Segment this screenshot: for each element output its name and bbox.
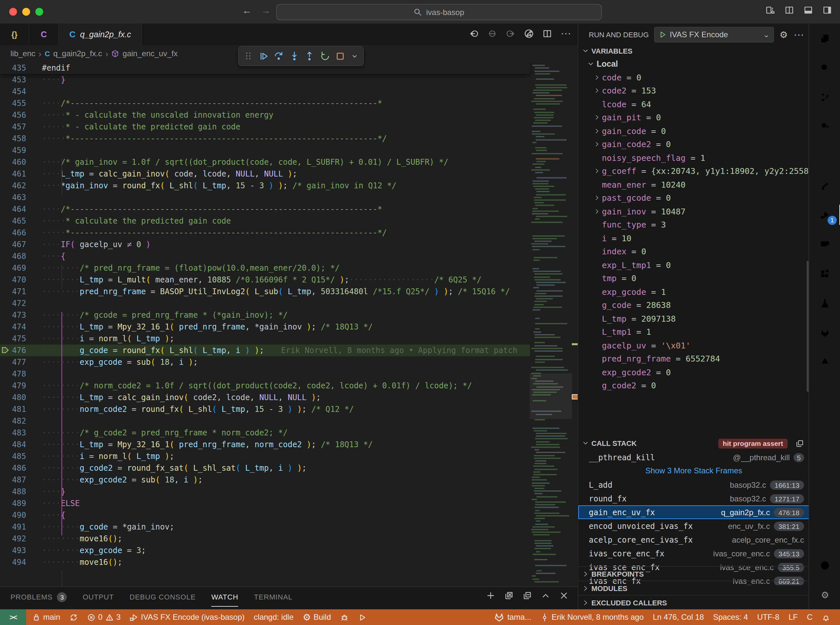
sidebar-right-icon[interactable] [822, 5, 832, 15]
variable-row[interactable]: index = 0 [578, 245, 809, 258]
code-line[interactable]: 469········/* pred_nrg_frame = (float)po… [0, 262, 530, 274]
minimize-window-icon[interactable] [22, 8, 30, 16]
status-item[interactable] [817, 613, 835, 621]
step-over-icon[interactable] [274, 51, 284, 61]
code-line[interactable]: 489····ELSE [0, 498, 530, 509]
lock-icon[interactable] [32, 613, 41, 621]
pinned-tab-c[interactable]: C [30, 23, 59, 45]
code-line[interactable]: 460····/* gain_inov = 1.0f / sqrt((dot_p… [0, 156, 530, 168]
bug-icon[interactable] [340, 613, 349, 621]
close-icon[interactable] [559, 591, 569, 600]
variable-row[interactable]: g_code2 = 0 [578, 379, 809, 392]
activity-share-icon[interactable] [809, 171, 840, 200]
code-line[interactable]: 453····} [0, 74, 530, 86]
activity-gear-icon[interactable]: ⚙ [809, 580, 840, 609]
section-excluded-callers[interactable]: EXCLUDED CALLERS [578, 595, 809, 609]
stack-frame[interactable]: acelp_core_enc_ivas_fxacelp_core_enc_fx.… [578, 533, 809, 547]
status-item-spaces-4[interactable]: Spaces: 4 [709, 613, 753, 622]
close-all-icon[interactable] [504, 591, 514, 600]
activity-list-icon[interactable] [809, 141, 840, 171]
close-window-icon[interactable] [9, 8, 17, 16]
code-line[interactable]: 468····{ [0, 250, 530, 262]
variable-row[interactable]: g_coeff = {xx:20743, y1y1:18902, y2y2:25… [578, 165, 809, 178]
variable-row[interactable]: past_gcode = 0 [578, 191, 809, 205]
code-line[interactable]: 470········L_tmp = L_mult( mean_ener, 10… [0, 274, 530, 286]
play-icon[interactable] [358, 613, 366, 621]
code-line[interactable]: 488····} [0, 486, 530, 498]
panel-tab-debug-console[interactable]: DEBUG CONSOLE [129, 587, 196, 607]
window-controls[interactable] [9, 8, 43, 16]
code-line[interactable]: 487········exp_gcode2 = sub( 18, i ); [0, 474, 530, 486]
stack-frame[interactable]: L_addbasop32.c1661:13 [578, 478, 809, 491]
code-line[interactable]: 474········L_tmp = Mpy_32_16_1( pred_nrg… [0, 321, 530, 333]
panel-sq-icon[interactable] [803, 5, 813, 15]
status-item-tama-[interactable]: tama... [490, 612, 536, 622]
plus-icon[interactable] [486, 591, 495, 600]
layout-controls[interactable] [765, 5, 832, 15]
variable-row[interactable]: gacelp_uv = '\x01' [578, 339, 809, 352]
activity-search-icon[interactable] [809, 53, 840, 82]
chevup-icon[interactable] [541, 591, 550, 600]
variable-row[interactable]: code = 0 [578, 71, 809, 84]
code-line[interactable]: 459 [0, 145, 530, 156]
activity-search-commit-icon[interactable] [809, 112, 840, 141]
variable-row[interactable]: exp_gcode2 = 0 [578, 365, 809, 379]
minimap[interactable] [530, 62, 572, 586]
activity-tree-check-icon[interactable] [809, 347, 840, 376]
status-item-utf-8[interactable]: UTF-8 [753, 613, 784, 622]
pinned-tab-json[interactable]: {} [0, 23, 30, 45]
grip-icon[interactable] [244, 51, 254, 61]
code-line[interactable]: 454 [0, 86, 530, 97]
code-line[interactable]: 463 [0, 191, 530, 203]
status-item-ivas-fx-encode-ivas-baso[interactable]: IVAS FX Encode (ivas-basop) [125, 613, 249, 622]
activity-beaker-icon[interactable] [809, 288, 840, 318]
variable-row[interactable]: tmp = 0 [578, 272, 809, 285]
maximize-window-icon[interactable] [35, 8, 43, 16]
code-line[interactable]: 490····{ [0, 509, 530, 521]
history-forward-icon[interactable]: → [261, 5, 271, 16]
breadcrumb-symbol[interactable]: gain_enc_uv_fx [123, 49, 178, 58]
breadcrumb-folder[interactable]: lib_enc [11, 49, 35, 58]
variable-row[interactable]: g_code = 28638 [578, 299, 809, 312]
variable-row[interactable]: noisy_speech_flag = 1 [578, 151, 809, 165]
variable-row[interactable]: code2 = 153 [578, 84, 809, 97]
panel-tab-terminal[interactable]: TERMINAL [254, 587, 293, 607]
variable-row[interactable]: gain_code2 = 0 [578, 138, 809, 151]
mid-circle-icon[interactable] [488, 28, 497, 38]
back-circle-icon[interactable] [469, 28, 479, 38]
code-line[interactable]: 461····L_tmp = calc_gain_inov( code, lco… [0, 168, 530, 180]
variable-row[interactable]: i = 10 [578, 232, 809, 245]
scope-local[interactable]: Local [578, 57, 809, 71]
step-out-icon[interactable] [304, 51, 315, 61]
chevdown-icon[interactable] [350, 52, 358, 60]
overview-ruler[interactable] [572, 62, 578, 586]
activity-debug-run-icon[interactable]: 1 [809, 200, 840, 230]
branch-circle-icon[interactable] [524, 28, 534, 38]
minimap-slider[interactable] [530, 373, 572, 419]
panel-actions[interactable] [486, 591, 569, 600]
variable-row[interactable]: gain_inov = 10487 [578, 205, 809, 218]
call-stack-header[interactable]: CALL STACK hit program assert [578, 436, 809, 451]
history-back-icon[interactable]: ← [242, 5, 252, 16]
variable-row[interactable]: exp_L_tmp1 = 0 [578, 258, 809, 272]
code-line[interactable]: 484········L_tmp = Mpy_32_16_1( pred_nrg… [0, 439, 530, 451]
code-line[interactable]: 486········g_code2 = round_fx_sat( L_shl… [0, 462, 530, 474]
variable-row[interactable]: L_tmp = 2097138 [578, 312, 809, 325]
more-actions-icon[interactable]: ··· [561, 28, 571, 39]
stop-icon[interactable] [335, 51, 345, 61]
collapse-sq-icon[interactable] [523, 591, 532, 600]
variable-row[interactable]: exp_gcode = 1 [578, 285, 809, 299]
command-center-search[interactable]: ivas-basop [276, 4, 602, 20]
code-line[interactable]: 482 [0, 415, 530, 427]
status-item-ln-476-col-18[interactable]: Ln 476, Col 18 [648, 613, 709, 622]
code-line[interactable]: 475········i = norm_l( L_tmp ); [0, 333, 530, 345]
code-line[interactable]: 462····*gain_inov = round_fx( L_shl( L_t… [0, 180, 530, 191]
code-line[interactable]: 472 [0, 297, 530, 309]
status-item[interactable] [336, 613, 353, 621]
panel-tab-output[interactable]: OUTPUT [83, 587, 114, 607]
activity-extensions-icon[interactable] [809, 259, 840, 288]
variable-row[interactable]: mean_ener = 10240 [578, 178, 809, 191]
status-item-main[interactable]: main [28, 613, 65, 622]
code-line[interactable]: 473········/* gcode = pred_nrg_frame * (… [0, 309, 530, 321]
variable-row[interactable]: pred_nrg_frame = 6552784 [578, 352, 809, 365]
